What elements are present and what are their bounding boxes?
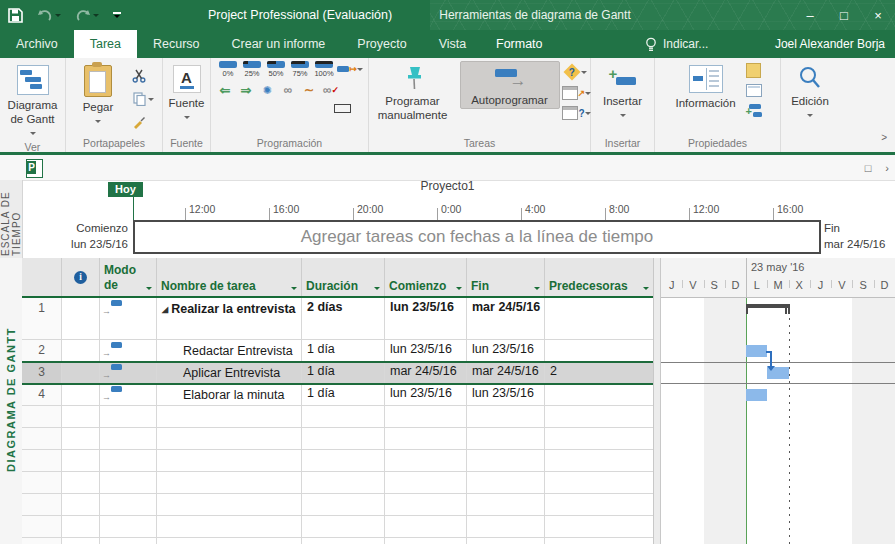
cell-empty[interactable] xyxy=(545,538,653,544)
cell-empty[interactable] xyxy=(385,450,467,472)
cell-num[interactable]: 3 xyxy=(22,362,62,384)
collapse-triangle-icon[interactable]: ◢ xyxy=(162,304,168,316)
gantt-view-button[interactable]: Diagrama de Gantt xyxy=(3,61,63,140)
filter-caret-icon[interactable] xyxy=(643,287,649,290)
table-row[interactable]: 4→Elaborar la minuta1 díalun 23/5/16lun … xyxy=(22,384,653,406)
cell-info[interactable] xyxy=(62,340,100,362)
cell-finish[interactable]: lun 23/5/16 xyxy=(467,384,545,406)
filter-caret-icon[interactable] xyxy=(146,287,152,290)
cell-empty[interactable] xyxy=(467,538,545,544)
task-bar[interactable] xyxy=(746,345,767,357)
cell-empty[interactable] xyxy=(62,428,100,450)
inactivate-task-button[interactable] xyxy=(332,102,352,114)
cell-empty[interactable] xyxy=(22,428,62,450)
duration-header[interactable]: Duración xyxy=(302,258,385,296)
collapse-ribbon-button[interactable]: ˃ xyxy=(881,132,887,143)
table-row-empty[interactable] xyxy=(22,494,653,516)
cell-empty[interactable] xyxy=(302,494,385,516)
cell-finish[interactable]: lun 23/5/16 xyxy=(467,340,545,362)
pane-splitter[interactable] xyxy=(653,258,661,544)
row-number-header[interactable] xyxy=(22,258,62,296)
cell-duration[interactable]: 1 día xyxy=(302,362,385,384)
table-row-empty[interactable] xyxy=(22,472,653,494)
finish-header[interactable]: Fin xyxy=(467,258,545,296)
maximize-button[interactable]: □ xyxy=(827,0,861,30)
cell-pred[interactable] xyxy=(545,298,653,340)
task-mode-header[interactable]: Modode xyxy=(100,258,157,296)
move-button[interactable]: ↗ xyxy=(562,85,592,101)
cell-start[interactable]: lun 23/5/16 xyxy=(385,340,467,362)
split-task-button[interactable]: ✺ xyxy=(258,82,276,98)
cell-duration[interactable]: 1 día xyxy=(302,340,385,362)
undo-button[interactable] xyxy=(37,9,61,22)
table-row-empty[interactable] xyxy=(22,538,653,544)
copy-button[interactable] xyxy=(128,88,158,110)
cell-empty[interactable] xyxy=(157,450,302,472)
indent-task-button[interactable]: ⇒ xyxy=(237,82,255,98)
filter-caret-icon[interactable] xyxy=(456,287,462,290)
cell-finish[interactable]: mar 24/5/16 xyxy=(467,298,545,340)
customize-qat-button[interactable] xyxy=(113,12,121,18)
task-mode-button[interactable]: ? xyxy=(562,105,592,121)
pane-maximize-icon[interactable]: □ xyxy=(865,162,872,174)
cell-empty[interactable] xyxy=(22,538,62,544)
gantt-timescale[interactable]: 23 may '16JVSDLMXJVSD xyxy=(661,258,895,298)
cell-empty[interactable] xyxy=(302,428,385,450)
cell-empty[interactable] xyxy=(467,494,545,516)
cell-finish[interactable]: mar 24/5/16 xyxy=(467,362,545,384)
percent-complete-50[interactable]: 50% xyxy=(264,61,288,78)
tab-recurso[interactable]: Recurso xyxy=(137,30,216,58)
undo-dropdown-caret[interactable] xyxy=(55,14,61,17)
cell-duration[interactable]: 1 día xyxy=(302,384,385,406)
task-name-header[interactable]: Nombre de tarea xyxy=(157,258,302,296)
font-button[interactable]: A Fuente xyxy=(164,61,210,125)
cell-empty[interactable] xyxy=(545,450,653,472)
cell-pred[interactable]: 2 xyxy=(545,362,653,384)
tab-tarea[interactable]: Tarea xyxy=(74,30,137,58)
percent-complete-0[interactable]: 0% xyxy=(216,61,240,78)
tab-vista[interactable]: Vista xyxy=(423,30,483,58)
percent-complete-100[interactable]: 100% xyxy=(312,61,336,78)
respect-links-button[interactable]: ∞✓ xyxy=(321,82,341,98)
cell-empty[interactable] xyxy=(100,472,157,494)
cell-empty[interactable] xyxy=(302,516,385,538)
cell-mode[interactable]: → xyxy=(100,298,157,340)
cell-empty[interactable] xyxy=(467,516,545,538)
cell-empty[interactable] xyxy=(302,406,385,428)
cell-empty[interactable] xyxy=(385,406,467,428)
gantt-chart-body[interactable] xyxy=(661,298,895,544)
cell-empty[interactable] xyxy=(385,538,467,544)
filter-caret-icon[interactable] xyxy=(534,287,540,290)
cell-duration[interactable]: 2 días xyxy=(302,298,385,340)
tab-proyecto[interactable]: Proyecto xyxy=(341,30,422,58)
tab-archivo[interactable]: Archivo xyxy=(0,30,74,58)
tab-formato[interactable]: Formato xyxy=(478,30,561,58)
predecessors-header[interactable]: Predecesoras xyxy=(545,258,653,296)
cell-empty[interactable] xyxy=(545,494,653,516)
cell-empty[interactable] xyxy=(385,494,467,516)
indicators-header[interactable]: i xyxy=(62,258,100,296)
move-task-button[interactable]: ↦ xyxy=(337,61,363,77)
unlink-tasks-button[interactable]: ∼ xyxy=(300,82,318,98)
cell-empty[interactable] xyxy=(157,472,302,494)
cell-empty[interactable] xyxy=(467,406,545,428)
cell-empty[interactable] xyxy=(157,494,302,516)
summary-task-bar[interactable] xyxy=(746,304,790,314)
cell-empty[interactable] xyxy=(385,472,467,494)
cell-empty[interactable] xyxy=(467,450,545,472)
format-painter-button[interactable] xyxy=(128,111,150,133)
cell-empty[interactable] xyxy=(302,450,385,472)
cell-empty[interactable] xyxy=(100,450,157,472)
tell-me-box[interactable]: Indicar... xyxy=(645,30,708,58)
cell-empty[interactable] xyxy=(467,472,545,494)
cell-empty[interactable] xyxy=(62,406,100,428)
cell-empty[interactable] xyxy=(100,538,157,544)
pane-expand-icon[interactable]: › xyxy=(885,162,889,174)
add-to-timeline-button[interactable]: + xyxy=(743,102,765,118)
cell-start[interactable]: lun 23/5/16 xyxy=(385,298,467,340)
cell-num[interactable]: 1 xyxy=(22,298,62,340)
table-row[interactable]: 2→Redactar Entrevista1 díalun 23/5/16lun… xyxy=(22,340,653,362)
task-bar[interactable] xyxy=(746,389,767,401)
cell-num[interactable]: 2 xyxy=(22,340,62,362)
minimize-button[interactable]: – xyxy=(793,0,827,30)
